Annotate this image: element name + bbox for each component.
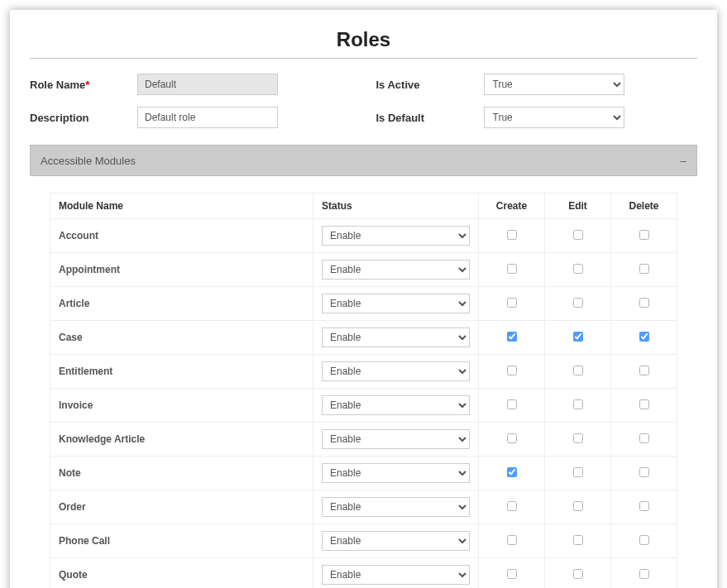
edit-checkbox[interactable] <box>573 264 583 274</box>
delete-cell <box>611 287 677 321</box>
role-name-input[interactable] <box>137 74 278 95</box>
role-name-row: Role Name* <box>30 74 352 95</box>
table-row: Knowledge ArticleEnable <box>50 423 677 457</box>
status-select[interactable]: Enable <box>322 395 470 415</box>
status-select[interactable]: Enable <box>322 463 470 483</box>
status-cell: Enable <box>313 457 479 490</box>
module-name-cell: Knowledge Article <box>50 423 313 457</box>
delete-checkbox[interactable] <box>639 501 649 511</box>
edit-cell <box>545 253 611 287</box>
edit-checkbox[interactable] <box>573 467 583 477</box>
divider <box>30 58 697 59</box>
edit-checkbox[interactable] <box>573 501 583 511</box>
edit-checkbox[interactable] <box>573 298 583 308</box>
status-select[interactable]: Enable <box>322 497 470 517</box>
delete-checkbox[interactable] <box>639 467 649 477</box>
status-select[interactable]: Enable <box>322 565 470 585</box>
table-row: InvoiceEnable <box>50 389 677 423</box>
create-cell <box>479 389 545 423</box>
status-cell: Enable <box>313 287 479 321</box>
create-checkbox[interactable] <box>507 399 517 409</box>
create-cell <box>479 321 545 355</box>
create-checkbox[interactable] <box>507 535 517 545</box>
role-name-label-text: Role Name <box>30 79 85 91</box>
create-checkbox[interactable] <box>507 433 517 443</box>
is-active-row: Is Active True <box>376 74 698 95</box>
create-checkbox[interactable] <box>507 298 517 308</box>
form-col-right: Is Active True Is Default True <box>376 74 698 128</box>
status-select[interactable]: Enable <box>322 226 470 246</box>
module-name-cell: Case <box>50 321 313 355</box>
edit-cell <box>545 490 611 524</box>
table-row: AppointmentEnable <box>50 253 677 287</box>
edit-checkbox[interactable] <box>573 433 583 443</box>
edit-checkbox[interactable] <box>573 535 583 545</box>
edit-checkbox[interactable] <box>573 366 583 375</box>
module-name-cell: Order <box>50 490 313 524</box>
col-status: Status <box>313 194 479 219</box>
module-name-cell: Note <box>50 457 313 490</box>
is-default-label: Is Default <box>376 112 476 124</box>
col-edit: Edit <box>545 194 611 219</box>
description-input[interactable] <box>137 107 278 128</box>
is-active-label: Is Active <box>376 79 476 91</box>
create-checkbox[interactable] <box>507 569 517 579</box>
table-row: Phone CallEnable <box>50 524 677 558</box>
delete-checkbox[interactable] <box>639 264 649 274</box>
delete-cell <box>611 389 677 423</box>
module-name-cell: Appointment <box>50 253 313 287</box>
delete-checkbox[interactable] <box>639 298 649 308</box>
status-select[interactable]: Enable <box>322 429 470 449</box>
roles-card: Roles Role Name* Description Is Active T… <box>10 10 717 588</box>
col-delete: Delete <box>611 194 677 219</box>
module-name-cell: Phone Call <box>50 524 313 558</box>
delete-checkbox[interactable] <box>639 366 649 375</box>
edit-cell <box>545 524 611 558</box>
status-select[interactable]: Enable <box>322 327 470 347</box>
create-checkbox[interactable] <box>507 366 517 375</box>
module-name-cell: Quote <box>50 558 313 589</box>
is-default-select[interactable]: True <box>484 107 624 128</box>
create-checkbox[interactable] <box>507 467 517 477</box>
delete-checkbox[interactable] <box>639 230 649 240</box>
status-select[interactable]: Enable <box>322 531 470 551</box>
delete-checkbox[interactable] <box>639 433 649 443</box>
edit-checkbox[interactable] <box>573 399 583 409</box>
status-select[interactable]: Enable <box>322 260 470 280</box>
status-select[interactable]: Enable <box>322 294 470 313</box>
create-cell <box>479 558 545 589</box>
create-checkbox[interactable] <box>507 332 517 342</box>
edit-cell <box>545 389 611 423</box>
edit-cell <box>545 457 611 490</box>
create-checkbox[interactable] <box>507 264 517 274</box>
status-cell: Enable <box>313 219 479 253</box>
create-cell <box>479 423 545 457</box>
is-default-row: Is Default True <box>376 107 698 128</box>
page-title: Roles <box>30 28 697 51</box>
status-cell: Enable <box>313 355 479 389</box>
status-select[interactable]: Enable <box>322 361 470 381</box>
is-active-select[interactable]: True <box>484 74 624 95</box>
edit-checkbox[interactable] <box>573 332 583 342</box>
create-checkbox[interactable] <box>507 230 517 240</box>
accessible-modules-header[interactable]: Accessible Modules – <box>30 145 697 176</box>
delete-checkbox[interactable] <box>639 569 649 579</box>
edit-checkbox[interactable] <box>573 230 583 240</box>
delete-cell <box>611 321 677 355</box>
create-cell <box>479 355 545 389</box>
status-cell: Enable <box>313 558 479 589</box>
create-checkbox[interactable] <box>507 501 517 511</box>
delete-checkbox[interactable] <box>639 332 649 342</box>
edit-checkbox[interactable] <box>573 569 583 579</box>
delete-cell <box>611 558 677 589</box>
delete-checkbox[interactable] <box>639 399 649 409</box>
create-cell <box>479 524 545 558</box>
delete-checkbox[interactable] <box>639 535 649 545</box>
description-label: Description <box>30 112 129 124</box>
module-name-cell: Entitlement <box>50 355 313 389</box>
create-cell <box>479 253 545 287</box>
status-cell: Enable <box>313 253 479 287</box>
status-cell: Enable <box>313 490 479 524</box>
create-cell <box>479 219 545 253</box>
form-col-left: Role Name* Description <box>30 74 352 128</box>
